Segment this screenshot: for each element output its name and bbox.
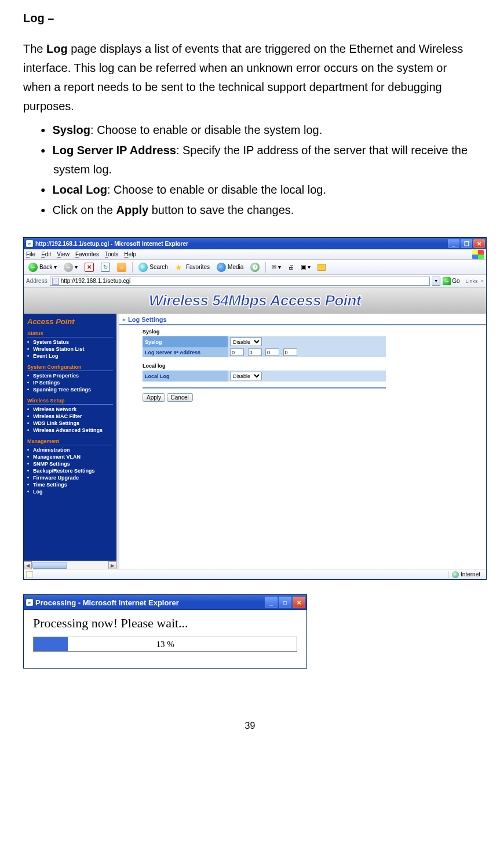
menu-tools[interactable]: Tools [105, 251, 118, 257]
locallog-table: Local Log Disable [143, 371, 386, 382]
sidebar-item-management-vlan[interactable]: Management VLAN [27, 453, 113, 460]
sidebar-item-wireless-station-list[interactable]: Wireless Station List [27, 346, 113, 353]
restore-button[interactable]: ❐ [461, 239, 472, 248]
dialog-minimize-button[interactable]: _ [265, 597, 278, 608]
sidebar-item-log[interactable]: Log [27, 488, 113, 495]
scroll-left-icon[interactable]: ◀ [24, 561, 32, 569]
dialog-close-button[interactable]: ✕ [293, 597, 305, 608]
sidebar-item-system-status[interactable]: System Status [27, 339, 113, 346]
back-icon: ← [28, 263, 38, 272]
media-button[interactable]: Media [214, 262, 246, 273]
media-label: Media [228, 264, 243, 270]
menu-favorites[interactable]: Favorites [75, 251, 99, 257]
window-title: http://192.168.1.1/setup.cgi - Microsoft… [35, 241, 188, 247]
menu-help[interactable]: Help [124, 251, 136, 257]
syslog-table: Syslog Disable Log Server IP Address ... [143, 336, 386, 357]
dialog-maximize-button[interactable]: □ [279, 597, 291, 608]
address-dropdown[interactable]: ▼ [432, 277, 440, 286]
sidebar-item-firmware-upgrade[interactable]: Firmware Upgrade [27, 474, 113, 481]
ip-octet-3[interactable] [265, 348, 279, 356]
ip-row-label: Log Server IP Address [143, 347, 228, 357]
syslog-select[interactable]: Disable [230, 337, 262, 346]
favorites-label: Favorites [186, 264, 210, 270]
sidebar-item-snmp[interactable]: SNMP Settings [27, 460, 113, 467]
page-icon [52, 278, 59, 285]
close-button[interactable]: ✕ [473, 239, 485, 248]
edit-button[interactable]: ▣ ▾ [298, 263, 313, 271]
status-page-icon [26, 571, 33, 578]
mail-icon: ✉ [272, 264, 276, 270]
history-button[interactable]: 🕓 [248, 262, 262, 273]
intro-bold: Log [46, 42, 68, 55]
scroll-right-icon[interactable]: ▶ [108, 561, 116, 569]
print-icon: 🖨 [288, 264, 294, 270]
edit-icon: ▣ [301, 264, 306, 270]
sidebar-item-wireless-advanced[interactable]: Wireless Advanced Settings [27, 427, 113, 434]
sidebar-scrollbar[interactable]: ◀ ▶ [24, 561, 116, 569]
sidebar-group-status: Status [27, 331, 113, 337]
discuss-button[interactable] [315, 263, 328, 272]
menu-file[interactable]: File [26, 251, 35, 257]
statusbar: Internet [24, 569, 486, 579]
menu-view[interactable]: View [57, 251, 70, 257]
sidebar-item-administration[interactable]: Administration [27, 446, 113, 453]
forward-button[interactable]: → ▾ [61, 262, 80, 273]
refresh-button[interactable]: ↻ [98, 262, 112, 273]
dialog-title: Processing - Microsoft Internet Explorer [35, 598, 179, 607]
ip-octet-4[interactable] [283, 348, 297, 356]
search-icon [138, 263, 148, 272]
ip-octet-2[interactable] [248, 348, 262, 356]
sidebar-item-event-log[interactable]: Event Log [27, 353, 113, 359]
divider [143, 387, 386, 388]
go-icon: → [443, 277, 451, 285]
go-button[interactable]: →Go [443, 277, 459, 285]
back-label: Back [39, 264, 52, 270]
sidebar-item-wireless-mac-filter[interactable]: Wireless MAC Filter [27, 413, 113, 420]
toolbar: ←Back ▾ → ▾ ✕ ↻ ⌂ Search ★Favorites Medi… [24, 260, 486, 275]
sidebar-item-wds-link[interactable]: WDS Link Settings [27, 420, 113, 427]
sidebar-item-system-properties[interactable]: System Properties [27, 372, 113, 379]
bullet-item: Click on the Apply button to save the ch… [41, 201, 477, 220]
address-value: http://192.168.1.1/setup.cgi [61, 278, 131, 284]
status-internet-label: Internet [461, 571, 480, 578]
mail-button[interactable]: ✉ ▾ [269, 263, 283, 271]
cancel-button[interactable]: Cancel [167, 393, 193, 402]
links-label[interactable]: Links [466, 278, 478, 284]
bullet-item: Local Log: Choose to enable or disable t… [41, 180, 477, 199]
scroll-thumb[interactable] [32, 562, 67, 569]
stop-button[interactable]: ✕ [82, 262, 96, 273]
address-input[interactable]: http://192.168.1.1/setup.cgi [50, 277, 430, 286]
banner: Wireless 54Mbps Access Point [24, 288, 486, 314]
intro-post: page displays a list of events that are … [23, 42, 463, 112]
go-label: Go [452, 278, 459, 284]
minimize-button[interactable]: _ [448, 239, 459, 248]
bullet-bold: Syslog [52, 124, 90, 136]
print-button[interactable]: 🖨 [286, 263, 296, 271]
search-button[interactable]: Search [136, 262, 170, 273]
sidebar-item-spanning-tree[interactable]: Spanning Tree Settings [27, 386, 113, 393]
status-zone: Internet [448, 571, 484, 578]
ie-icon: e [26, 599, 33, 606]
back-button[interactable]: ←Back ▾ [26, 262, 59, 273]
browser-window: e http://192.168.1.1/setup.cgi - Microso… [23, 237, 487, 580]
section-heading: Log – [23, 12, 477, 25]
history-icon: 🕓 [250, 263, 260, 272]
favorites-button[interactable]: ★Favorites [173, 262, 212, 273]
menu-edit[interactable]: Edit [41, 251, 51, 257]
sidebar-item-backup-restore[interactable]: Backup/Restore Settings [27, 467, 113, 474]
sidebar-item-ip-settings[interactable]: IP Settings [27, 379, 113, 386]
locallog-select[interactable]: Disable [230, 372, 262, 380]
sidebar-group-management: Management [27, 438, 113, 445]
bullet-item: Syslog: Choose to enable or disable the … [41, 121, 477, 140]
page-number: 39 [23, 721, 477, 731]
sidebar-item-wireless-network[interactable]: Wireless Network [27, 406, 113, 413]
links-chevron-icon[interactable]: » [481, 278, 484, 284]
content-row: Access Point Status System Status Wirele… [24, 314, 486, 569]
home-button[interactable]: ⌂ [115, 262, 129, 273]
apply-button[interactable]: Apply [143, 393, 165, 402]
search-label: Search [149, 264, 168, 270]
forward-icon: → [64, 263, 73, 272]
ip-octet-1[interactable] [230, 348, 244, 356]
sidebar-item-time-settings[interactable]: Time Settings [27, 481, 113, 488]
intro-pre: The [23, 42, 46, 55]
